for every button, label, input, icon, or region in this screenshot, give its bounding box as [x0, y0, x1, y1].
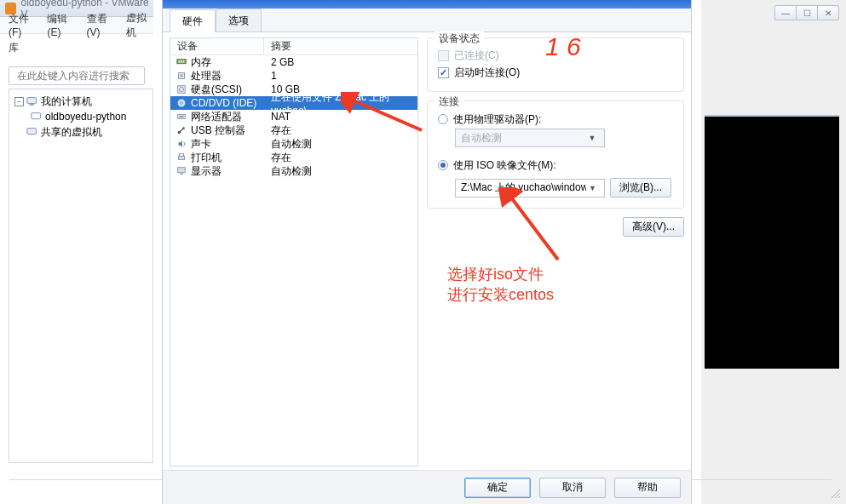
hardware-row-printer[interactable]: 打印机存在	[170, 151, 417, 164]
library-tree: − 我的计算机 oldboyedu-python − 共享的虚拟机	[9, 89, 153, 463]
net-icon	[176, 112, 187, 122]
dialog-titlebar[interactable]	[163, 0, 691, 9]
tab-hardware[interactable]: 硬件	[170, 9, 216, 32]
tree-node-mycomputer[interactable]: − 我的计算机	[12, 94, 150, 109]
svg-point-18	[181, 102, 183, 105]
hardware-row-usb[interactable]: USB 控制器存在	[170, 123, 417, 137]
svg-line-8	[838, 496, 840, 498]
hw-summary: 自动检测	[264, 164, 417, 179]
svg-rect-10	[179, 60, 181, 62]
connected-checkbox	[438, 50, 449, 61]
advanced-button[interactable]: 高级(V)...	[623, 217, 684, 237]
physical-drive-radio[interactable]	[438, 114, 448, 124]
tree-label: oldboyedu-python	[45, 111, 126, 123]
cancel-button[interactable]: 取消	[539, 478, 606, 498]
chevron-down-icon[interactable]: ▼	[586, 184, 599, 192]
usb-icon	[176, 125, 187, 135]
hardware-row-sound[interactable]: 声卡自动检测	[170, 137, 417, 151]
tree-label: 共享的虚拟机	[41, 125, 102, 140]
device-status-group: 设备状态 已连接(C) 启动时连接(O)	[427, 37, 684, 92]
hardware-row-cpu[interactable]: 处理器1	[170, 69, 417, 83]
hardware-row-display[interactable]: 显示器自动检测	[170, 164, 417, 178]
physical-drive-label: 使用物理驱动器(P):	[453, 112, 541, 127]
svg-rect-3	[30, 105, 34, 106]
close-button[interactable]: ✕	[817, 5, 839, 20]
shared-icon	[26, 127, 38, 137]
hw-name: 网络适配器	[191, 110, 242, 124]
svg-rect-23	[179, 156, 185, 159]
ok-button[interactable]: 确定	[464, 478, 531, 498]
hw-summary: 1	[264, 70, 417, 82]
tab-options[interactable]: 选项	[216, 9, 262, 32]
svg-point-22	[182, 127, 185, 129]
printer-icon	[176, 152, 187, 163]
tree-node-shared[interactable]: − 共享的虚拟机	[12, 124, 150, 140]
disk-icon	[176, 84, 187, 94]
window-controls: — ☐ ✕	[775, 5, 839, 20]
menu-file[interactable]: 文件(F)	[9, 12, 38, 38]
tree-node-vm[interactable]: oldboyedu-python	[12, 109, 150, 124]
svg-rect-5	[27, 129, 37, 135]
hw-name: USB 控制器	[191, 123, 245, 138]
menu-edit[interactable]: 编辑(E)	[47, 12, 78, 38]
hw-name: 声卡	[191, 137, 211, 152]
hw-summary: 存在	[264, 151, 417, 165]
chevron-down-icon: ▼	[585, 134, 599, 142]
hw-name: 硬盘(SCSI)	[191, 83, 242, 97]
iso-file-radio[interactable]	[438, 160, 448, 170]
iso-path-value: Z:\Mac 上的 yuchao\windows	[461, 180, 586, 195]
hardware-list-header: 设备 摘要	[170, 38, 417, 55]
svg-rect-14	[180, 74, 182, 77]
cd-icon	[176, 98, 187, 108]
iso-path-dropdown[interactable]: Z:\Mac 上的 yuchao\windows ▼	[455, 179, 605, 198]
connected-label: 已连接(C)	[454, 49, 499, 63]
maximize-button[interactable]: ☐	[796, 5, 818, 20]
svg-rect-12	[183, 60, 185, 62]
hw-summary: 存在	[264, 123, 417, 138]
col-device: 设备	[170, 38, 264, 54]
dialog-footer: 确定 取消 帮助	[163, 470, 691, 504]
hw-name: CD/DVD (IDE)	[191, 97, 256, 109]
hardware-row-net[interactable]: 网络适配器NAT	[170, 110, 417, 123]
vm-console[interactable]	[705, 115, 839, 369]
hw-summary: 自动检测	[264, 137, 417, 152]
svg-rect-24	[179, 154, 183, 157]
hw-name: 显示器	[191, 164, 222, 179]
svg-rect-2	[27, 98, 37, 104]
svg-rect-11	[181, 60, 182, 62]
dialog-tabs: 硬件 选项	[163, 9, 691, 32]
connection-group: 连接 使用物理驱动器(P): 自动检测 ▼ 使用 ISO 映像文件(M): Z:…	[427, 100, 684, 209]
vm-icon	[31, 112, 43, 122]
connect-at-poweron-label: 启动时连接(O)	[454, 66, 520, 80]
svg-rect-25	[178, 168, 186, 173]
search-input[interactable]	[17, 70, 145, 82]
help-button[interactable]: 帮助	[614, 478, 681, 498]
computer-icon	[26, 96, 38, 106]
svg-rect-26	[180, 174, 182, 175]
hardware-detail-pane: 设备状态 已连接(C) 启动时连接(O) 连接 使用物理驱动器(P): 自动检测	[427, 37, 684, 467]
vm-settings-dialog: 硬件 选项 设备 摘要 内存2 GB处理器1硬盘(SCSI)10 GBCD/DV…	[162, 0, 692, 504]
group-title: 连接	[435, 94, 463, 109]
menu-bar: 文件(F) 编辑(E) 查看(V) 虚拟机	[0, 17, 153, 34]
hw-name: 打印机	[191, 151, 222, 165]
collapse-icon[interactable]: −	[14, 97, 24, 106]
hw-summary: 2 GB	[264, 56, 417, 68]
library-search[interactable]	[9, 66, 145, 85]
group-title: 设备状态	[435, 32, 484, 46]
connect-at-poweron-checkbox[interactable]	[438, 67, 449, 78]
sound-icon	[176, 139, 187, 149]
dropdown-value: 自动检测	[461, 131, 502, 146]
menu-view[interactable]: 查看(V)	[87, 12, 118, 38]
hw-name: 处理器	[191, 69, 222, 83]
hw-summary: NAT	[264, 111, 417, 123]
hardware-row-cd[interactable]: CD/DVD (IDE)正在使用文件 Z:\Mac 上的 yuchao\...	[170, 96, 417, 110]
resize-grip-icon[interactable]	[829, 487, 841, 499]
library-label: 库	[9, 41, 19, 55]
minimize-button[interactable]: —	[774, 5, 797, 20]
col-summary: 摘要	[264, 38, 417, 54]
svg-rect-20	[179, 116, 183, 117]
physical-drive-dropdown: 自动检测 ▼	[455, 129, 605, 147]
menu-vm[interactable]: 虚拟机	[126, 11, 153, 40]
browse-button[interactable]: 浏览(B)...	[610, 178, 671, 198]
hardware-row-memory[interactable]: 内存2 GB	[170, 55, 417, 69]
